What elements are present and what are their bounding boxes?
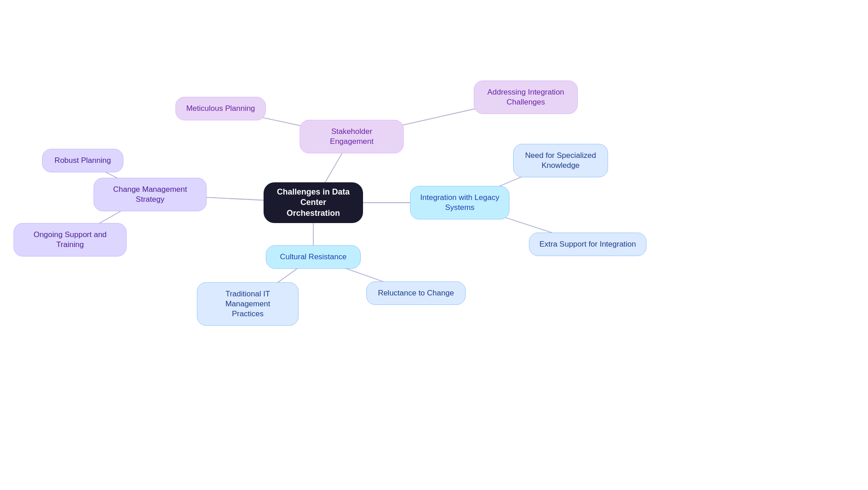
addressing-integration-node: Addressing Integration Challenges xyxy=(474,81,578,114)
stakeholder-label: Stakeholder Engagement xyxy=(309,127,394,147)
change-management-node: Change Management Strategy xyxy=(94,178,207,211)
need-specialized-label: Need for Specialized Knowledge xyxy=(525,151,596,171)
reluctance-change-node: Reluctance to Change xyxy=(366,281,466,305)
cultural-resistance-node: Cultural Resistance xyxy=(266,245,361,269)
extra-support-label: Extra Support for Integration xyxy=(539,239,636,249)
traditional-it-node: Traditional IT Management Practices xyxy=(197,282,299,326)
extra-support-node: Extra Support for Integration xyxy=(529,233,646,256)
stakeholder-engagement-node: Stakeholder Engagement xyxy=(300,120,404,153)
ongoing-support-label: Ongoing Support and Training xyxy=(23,230,117,250)
center-label: Challenges in Data Center Orchestration xyxy=(273,187,354,219)
center-node: Challenges in Data Center Orchestration xyxy=(264,182,363,223)
robust-planning-label: Robust Planning xyxy=(55,156,111,166)
addressing-label: Addressing Integration Challenges xyxy=(487,87,564,107)
meticulous-label: Meticulous Planning xyxy=(186,104,255,114)
robust-planning-node: Robust Planning xyxy=(42,149,123,172)
integration-legacy-label: Integration with Legacy Systems xyxy=(420,193,500,213)
need-specialized-node: Need for Specialized Knowledge xyxy=(513,144,608,177)
cultural-resistance-label: Cultural Resistance xyxy=(280,252,346,262)
traditional-it-label: Traditional IT Management Practices xyxy=(207,289,289,319)
change-management-label: Change Management Strategy xyxy=(103,185,197,205)
reluctance-change-label: Reluctance to Change xyxy=(378,288,454,298)
meticulous-planning-node: Meticulous Planning xyxy=(175,97,266,120)
integration-legacy-node: Integration with Legacy Systems xyxy=(410,186,509,219)
ongoing-support-node: Ongoing Support and Training xyxy=(14,223,127,257)
